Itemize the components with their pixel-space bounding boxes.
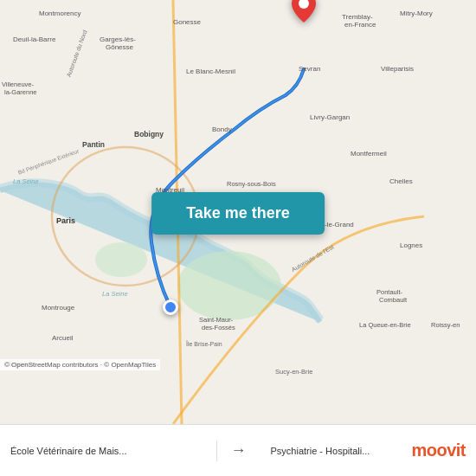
svg-text:Chelles: Chelles [389, 177, 413, 185]
svg-text:Tremblay-: Tremblay- [342, 13, 373, 21]
svg-text:Garges-lès-: Garges-lès- [100, 35, 136, 43]
svg-text:Gônesse: Gônesse [106, 43, 134, 51]
svg-text:Villeparisis: Villeparisis [381, 65, 414, 73]
svg-text:Rosny-sous-Bois: Rosny-sous-Bois [227, 180, 276, 188]
svg-text:La Seine: La Seine [13, 177, 39, 185]
moovit-logo: moovit [401, 424, 476, 476]
svg-text:Pontault-: Pontault- [376, 288, 403, 296]
svg-text:la-Garenne: la-Garenne [4, 88, 37, 96]
origin-marker [163, 299, 178, 315]
svg-text:en-France: en-France [344, 21, 376, 29]
svg-text:Gonesse: Gonesse [173, 18, 202, 26]
svg-point-1 [177, 251, 281, 320]
svg-text:Sucy-en-Brie: Sucy-en-Brie [275, 368, 312, 376]
route-arrow: → [217, 441, 261, 460]
svg-text:Montmorency: Montmorency [39, 10, 80, 17]
svg-text:Île Brise-Pain: Île Brise-Pain [185, 340, 222, 347]
svg-text:La Seine: La Seine [102, 290, 128, 298]
svg-text:Paris: Paris [56, 216, 75, 225]
take-me-there-button[interactable]: Take me there [151, 192, 325, 235]
svg-text:Pantin: Pantin [82, 140, 105, 149]
svg-text:Bondy: Bondy [212, 125, 232, 133]
origin-label: École Vétérinaire de Mais... [0, 441, 217, 461]
svg-text:La Queue-en-Brie: La Queue-en-Brie [359, 321, 411, 329]
svg-text:Montrouge: Montrouge [42, 304, 75, 312]
svg-text:Le Blanc-Mesnil: Le Blanc-Mesnil [186, 68, 235, 75]
svg-text:Montfermeil: Montfermeil [351, 150, 387, 158]
svg-text:Saint-Maur-: Saint-Maur- [199, 316, 234, 324]
svg-text:Sevran: Sevran [299, 65, 320, 73]
map-attribution: © OpenStreetMap contributors · © OpenMap… [0, 359, 160, 370]
svg-text:Lognes: Lognes [400, 241, 422, 249]
svg-text:Deuil-la-Barre: Deuil-la-Barre [13, 35, 56, 43]
svg-text:des-Fossés: des-Fossés [202, 324, 235, 331]
svg-point-2 [95, 242, 147, 277]
bottom-info-bar: École Vétérinaire de Mais... → Psychiatr… [0, 424, 476, 476]
map-container: Montmorency Deuil-la-Barre Gonesse Garge… [0, 0, 476, 424]
destination-marker [292, 0, 316, 26]
svg-text:Mitry-Mory: Mitry-Mory [400, 10, 433, 17]
svg-text:Arcueil: Arcueil [52, 334, 74, 342]
svg-text:Bobigny: Bobigny [134, 130, 164, 138]
svg-text:Villeneuve-: Villeneuve- [2, 80, 34, 88]
moovit-brand-text: moovit [411, 441, 466, 460]
svg-text:Livry-Gargan: Livry-Gargan [310, 113, 350, 121]
svg-text:Combault: Combault [379, 296, 408, 304]
svg-text:Roissy-en: Roissy-en [431, 321, 460, 329]
